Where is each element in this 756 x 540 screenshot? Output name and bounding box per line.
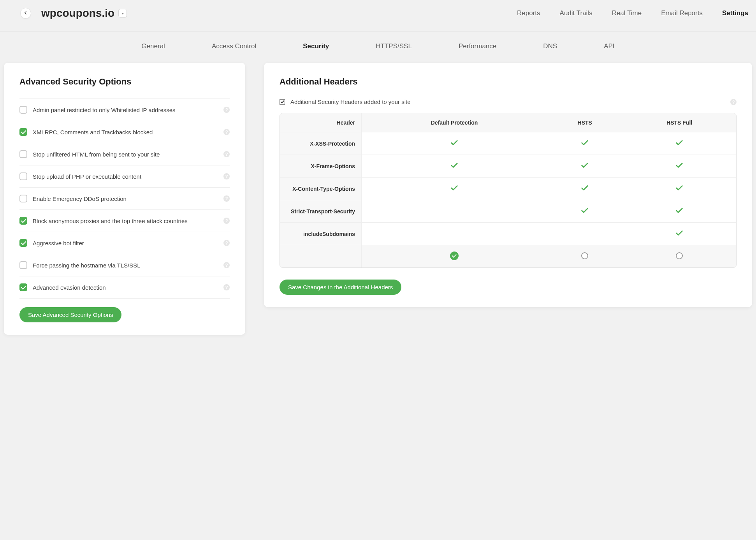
security-option-label: Stop upload of PHP or executable content (33, 173, 223, 180)
header-cell (622, 200, 736, 223)
security-option-label: Advanced evasion detection (33, 284, 223, 291)
security-option-label: Force passing the hostname via TLS/SSL (33, 262, 223, 269)
nav-reports[interactable]: Reports (517, 9, 540, 17)
header-row-name (280, 245, 362, 267)
header-cell (547, 200, 622, 223)
save-advanced-security-button[interactable]: Save Advanced Security Options (19, 307, 121, 322)
save-additional-headers-button[interactable]: Save Changes in the Additional Headers (280, 280, 401, 295)
nav-email-reports[interactable]: Email Reports (661, 9, 703, 17)
additional-headers-enable-checkbox[interactable] (280, 99, 285, 105)
header-level-radio[interactable] (450, 252, 459, 260)
site-switcher-dropdown[interactable]: ▾ (118, 9, 127, 18)
tab-performance[interactable]: Performance (459, 42, 496, 50)
help-icon[interactable]: ? (223, 240, 230, 246)
header-cell (547, 178, 622, 200)
security-option-label: XMLRPC, Comments and Trackbacks blocked (33, 129, 223, 135)
arrow-left-icon (23, 10, 28, 17)
panel-title-additional-headers: Additional Headers (280, 77, 737, 87)
security-options-list: Admin panel restricted to only Whitelist… (19, 99, 230, 299)
header-cell (547, 223, 622, 245)
check-icon (675, 187, 684, 193)
security-option-label: Aggressive bot filter (33, 240, 223, 246)
check-icon (675, 210, 684, 216)
security-option-row: Aggressive bot filter? (19, 232, 230, 254)
header-cell (622, 223, 736, 245)
header-level-cell (622, 245, 736, 267)
header-cell (362, 178, 547, 200)
tab-general[interactable]: General (141, 42, 165, 50)
tab-access[interactable]: Access Control (212, 42, 256, 50)
check-icon (450, 165, 459, 171)
additional-headers-panel: Additional Headers Additional Security H… (264, 63, 752, 307)
tab-api[interactable]: API (604, 42, 614, 50)
security-option-checkbox[interactable] (19, 217, 27, 225)
header-col-name: Header (280, 113, 362, 132)
security-option-row: Force passing the hostname via TLS/SSL? (19, 254, 230, 276)
security-option-label: Stop unfiltered HTML from being sent to … (33, 151, 223, 158)
security-option-label: Admin panel restricted to only Whitelist… (33, 107, 223, 113)
help-icon[interactable]: ? (223, 151, 230, 157)
header-level-radio[interactable] (676, 252, 683, 259)
help-icon[interactable]: ? (730, 99, 737, 105)
header-col-hsts: HSTS (547, 113, 622, 132)
security-option-checkbox[interactable] (19, 261, 27, 269)
header-row-name: X-XSS-Protection (280, 132, 362, 155)
header-cell (622, 155, 736, 178)
nav-settings[interactable]: Settings (722, 9, 748, 17)
help-icon[interactable]: ? (223, 107, 230, 113)
help-icon[interactable]: ? (223, 284, 230, 290)
header-level-cell (362, 245, 547, 267)
nav-real-time[interactable]: Real Time (612, 9, 642, 17)
security-option-row: Admin panel restricted to only Whitelist… (19, 99, 230, 121)
check-icon (450, 187, 459, 193)
security-option-label: Block anonymous proxies and the top thre… (33, 218, 223, 224)
site-title: wpcoupons.io (41, 7, 114, 19)
additional-headers-enable-label: Additional Security Headers added to you… (290, 99, 730, 105)
help-icon[interactable]: ? (223, 173, 230, 179)
check-icon (675, 232, 684, 239)
help-icon[interactable]: ? (223, 195, 230, 202)
tab-dns[interactable]: DNS (543, 42, 557, 50)
header-col-default-protection: Default Protection (362, 113, 547, 132)
header-col-hsts-full: HSTS Full (622, 113, 736, 132)
tab-https[interactable]: HTTPS/SSL (376, 42, 412, 50)
security-option-checkbox[interactable] (19, 150, 27, 158)
panel-title-advanced-security: Advanced Security Options (19, 77, 230, 87)
security-option-checkbox[interactable] (19, 195, 27, 202)
help-icon[interactable]: ? (223, 218, 230, 224)
header-level-radio[interactable] (581, 252, 588, 259)
header-cell (622, 178, 736, 200)
check-icon (450, 142, 459, 148)
advanced-security-panel: Advanced Security Options Admin panel re… (4, 63, 245, 335)
primary-nav: Reports Audit Trails Real Time Email Rep… (517, 9, 748, 17)
security-option-checkbox[interactable] (19, 172, 27, 180)
security-option-row: XMLRPC, Comments and Trackbacks blocked? (19, 121, 230, 143)
caret-down-icon: ▾ (122, 11, 124, 16)
security-option-checkbox[interactable] (19, 106, 27, 114)
security-option-row: Enable Emergency DDoS protection? (19, 188, 230, 210)
security-option-row: Stop unfiltered HTML from being sent to … (19, 143, 230, 165)
back-button[interactable] (20, 8, 31, 19)
header-cell (362, 200, 547, 223)
help-icon[interactable]: ? (223, 262, 230, 268)
security-option-row: Advanced evasion detection? (19, 276, 230, 299)
security-option-row: Stop upload of PHP or executable content… (19, 165, 230, 188)
header-cell (362, 132, 547, 155)
check-icon (580, 165, 589, 171)
header-cell (547, 132, 622, 155)
help-icon[interactable]: ? (223, 129, 230, 135)
check-icon (675, 142, 684, 148)
header-row-name: Strict-Transport-Security (280, 200, 362, 223)
security-option-checkbox[interactable] (19, 283, 27, 291)
header-cell (622, 132, 736, 155)
header-cell (547, 155, 622, 178)
check-icon (580, 142, 589, 148)
header-row-name: includeSubdomains (280, 223, 362, 245)
header-row-name: X-Frame-Options (280, 155, 362, 178)
header-cell (362, 155, 547, 178)
nav-audit-trails[interactable]: Audit Trails (560, 9, 592, 17)
security-option-checkbox[interactable] (19, 128, 27, 136)
security-option-checkbox[interactable] (19, 239, 27, 247)
tab-security[interactable]: Security (303, 42, 329, 50)
security-option-row: Block anonymous proxies and the top thre… (19, 210, 230, 232)
